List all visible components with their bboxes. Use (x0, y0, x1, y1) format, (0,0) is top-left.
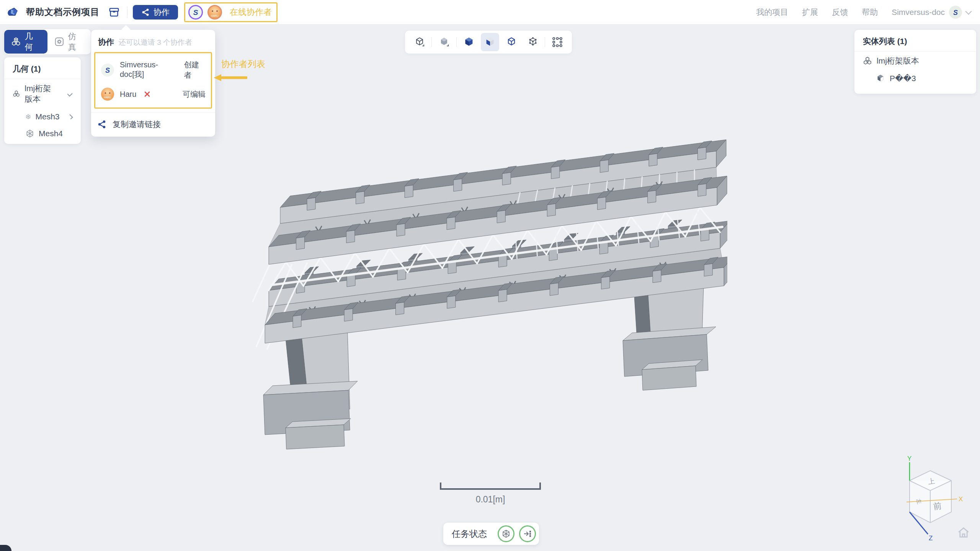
entity-list-title: 实体列表 (1) (854, 30, 976, 51)
user-name: Simversus-doc (892, 8, 945, 17)
solid-cube-icon (876, 74, 885, 83)
gizmo-axis-y: Y (907, 455, 911, 462)
collaborator-row-owner[interactable]: S Simversus-doc[我] 创建者 (99, 56, 207, 84)
view-solid-button[interactable] (460, 33, 478, 51)
cubes-icon (13, 89, 20, 98)
wireframe-cube-icon (414, 36, 425, 48)
top-bar: 帮助文档示例项目 协作 S HARU (0, 0, 980, 24)
chevron-down-icon[interactable] (67, 91, 72, 96)
collaborator-name: Simversus-doc[我] (120, 60, 179, 80)
tree-item-mesh3[interactable]: Mesh3 (4, 108, 81, 125)
remove-collaborator-icon[interactable] (143, 90, 151, 98)
solid-blue-cube-icon (463, 36, 475, 48)
export-task-button[interactable] (519, 525, 536, 542)
collaborator-row-haru[interactable]: HARU Haru 可编辑 (99, 84, 207, 104)
entity-item-mesh[interactable]: P��3 (854, 70, 976, 87)
menu-help[interactable]: 帮助 (862, 7, 878, 18)
svg-text:S: S (953, 8, 958, 16)
ghost-cube-icon (484, 36, 496, 48)
scale-label: 0.01[m] (439, 494, 541, 505)
view-outline-button[interactable] (502, 33, 521, 51)
collaborator-list-highlight: S Simversus-doc[我] 创建者 HARU Haru 可编辑 (94, 52, 212, 109)
app-logo-icon (6, 6, 21, 19)
popover-notch (121, 25, 131, 34)
topbar-separator (127, 7, 127, 18)
archive-icon (108, 7, 120, 18)
tree-item-truss-version[interactable]: lmj桁架版本 (4, 79, 81, 108)
chevron-down-icon (965, 8, 972, 15)
cubes-icon (11, 37, 21, 47)
menu-extensions[interactable]: 扩展 (802, 7, 818, 18)
entity-item-label: lmj桁架版本 (877, 55, 919, 66)
selection-box-icon (552, 36, 563, 48)
toolbar-separator (456, 37, 457, 47)
annotation-label: 协作者列表 (221, 58, 265, 70)
mesh-task-button[interactable] (498, 525, 514, 542)
entity-item-label: P��3 (890, 74, 916, 83)
tree-item-label: lmj桁架版本 (24, 83, 59, 104)
geometry-panel-title: 几何 (1) (4, 57, 81, 79)
select-box-button[interactable] (548, 33, 567, 51)
view-wireframe-axes-button[interactable] (410, 33, 429, 51)
online-collaborators-label: 在线协作者 (230, 7, 272, 18)
collaborator-role: 创建者 (184, 60, 206, 80)
scale-bracket-icon (439, 481, 541, 491)
collaborate-label: 协作 (154, 7, 170, 18)
chevron-right-icon[interactable] (68, 114, 73, 119)
menu-feedback[interactable]: 反馈 (832, 7, 848, 18)
popover-subtitle: 还可以邀请 3 个协作者 (119, 37, 192, 47)
gizmo-face-top: 上 (928, 477, 936, 486)
share-icon (141, 8, 150, 16)
avatar-haru: HARU (101, 87, 114, 101)
user-menu[interactable]: Simversus-doc S (892, 5, 971, 19)
copy-invite-link-label: 复制邀请链接 (113, 119, 161, 130)
svg-text:S: S (105, 67, 110, 74)
entity-item-truss-version[interactable]: lmj桁架版本 (854, 52, 976, 70)
view-ghost-button[interactable] (481, 33, 499, 51)
entity-list-panel: 实体列表 (1) lmj桁架版本 P��3 (854, 30, 976, 94)
top-menu: 我的项目 扩展 反馈 帮助 Simversus-doc S (756, 5, 980, 19)
svg-text:HARU: HARU (211, 15, 219, 17)
avatar-simversus: S (101, 63, 114, 77)
mesh-icon (26, 112, 31, 121)
gear-icon (54, 37, 64, 47)
tab-simulation[interactable]: 仿真 (47, 30, 91, 54)
save-archive-button[interactable] (106, 5, 122, 20)
view-vertices-button[interactable] (524, 33, 542, 51)
collaborator-role: 可编辑 (183, 89, 206, 99)
annotation-collaborator-list: 协作者列表 (213, 58, 265, 84)
home-view-icon[interactable] (957, 527, 970, 539)
svg-text:S: S (193, 8, 198, 16)
geometry-panel: 几何 (1) lmj桁架版本 Mesh3 Mesh4 (4, 57, 81, 144)
screen-corner-artifact (0, 545, 11, 551)
popover-title: 协作 (98, 37, 114, 47)
view-mode-toolbar (405, 31, 572, 54)
outline-cube-icon (506, 36, 517, 48)
viewport-3d-model-truss-bridge[interactable] (249, 122, 727, 459)
collaborate-button[interactable]: 协作 (133, 5, 178, 20)
shaded-cube-icon (438, 36, 450, 48)
cubes-icon (863, 56, 872, 65)
annotation-arrow-left-icon (213, 73, 247, 82)
copy-invite-link-button[interactable]: 复制邀请链接 (91, 115, 215, 134)
online-collaborators-box: S HARU 在线协作者 (184, 2, 278, 22)
toolbar-separator (545, 37, 545, 47)
collaborator-name: Haru (120, 90, 136, 99)
menu-my-projects[interactable]: 我的项目 (756, 7, 788, 18)
avatar-haru[interactable]: HARU (207, 5, 222, 20)
svg-text:HARU: HARU (104, 96, 111, 99)
tab-geometry[interactable]: 几何 (4, 30, 47, 54)
task-status-label: 任务状态 (452, 528, 487, 540)
tree-item-mesh4[interactable]: Mesh4 (4, 125, 81, 142)
view-shaded-button[interactable] (435, 33, 453, 51)
mesh-icon (26, 129, 34, 138)
avatar-simversus[interactable]: S (188, 5, 203, 20)
left-tabstrip: 几何 仿真 (4, 29, 91, 54)
gizmo-face-front: 前 (933, 501, 942, 512)
task-status-bar: 任务状态 (443, 523, 539, 545)
divider (91, 112, 215, 113)
gizmo-axis-x: X (959, 496, 963, 503)
user-avatar: S (949, 5, 962, 19)
tree-item-label: Mesh3 (35, 112, 59, 121)
arrow-into-bar-icon (523, 529, 532, 538)
